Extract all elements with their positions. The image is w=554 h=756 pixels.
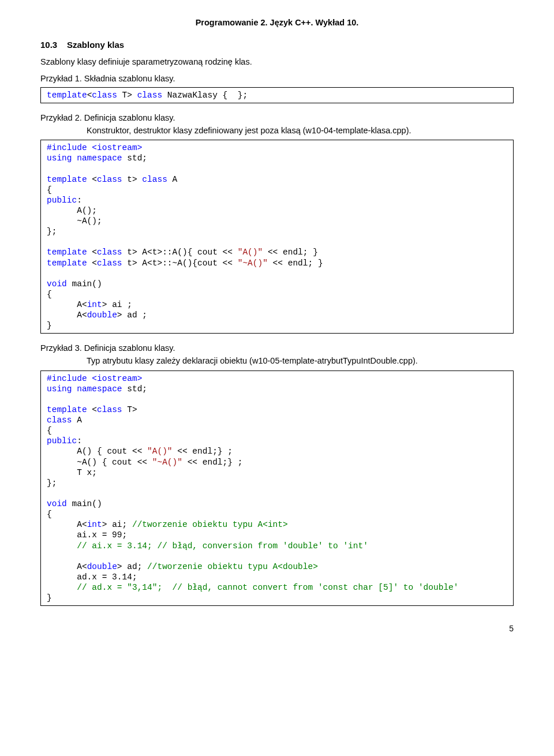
code-text: #include <iostream> [47,143,142,152]
code-text: A< [47,310,87,320]
code-text: < [87,175,97,184]
code-text: double [87,562,117,571]
code-text: }; [47,227,57,236]
code-text: main() [67,279,102,289]
code-text: template [47,248,87,257]
code-text: } [47,593,52,602]
code-text: t> [122,175,143,184]
code-text: }; [47,478,57,488]
code-text: int [87,520,102,529]
example-3-subnote: Typ atrybutu klasy zależy deklaracji obi… [87,355,514,367]
code-text [72,384,77,394]
code-text: class [92,91,117,100]
page-header: Programowanie 2. Język C++. Wykład 10. [40,17,514,29]
code-text: < [87,259,97,268]
code-text: double [87,310,117,320]
code-text: // ai.x = 3.14; // błąd, conversion from… [77,541,368,551]
example-2-label: Przykład 2. Definicja szablonu klasy. [40,113,514,124]
example-2-subnote: Konstruktor, destruktor klasy zdefiniowa… [87,125,514,137]
code-text: t> A<t>::A(){ cout << [122,248,238,257]
code-text: T x; [47,468,97,477]
section-number: 10.3 [40,39,67,51]
code-text: ai.x = 99; [47,530,127,540]
code-text: > ad; [117,562,147,571]
code-text: template [47,405,87,414]
code-text: class [47,416,72,425]
code-block-3: #include <iostream> using namespace std;… [40,370,514,607]
code-text: > ai ; [102,300,132,309]
code-text: namespace [77,384,122,394]
code-text: ~A(); [47,216,102,226]
code-text: //tworzenie obiektu typu A<double> [147,562,318,571]
code-text: class [142,175,167,184]
code-text: { [47,290,52,299]
code-text: // ad.x = "3,14"; // błąd, cannot conver… [77,583,458,592]
code-text: { [47,510,52,519]
code-text: std; [122,154,148,163]
code-text: : [77,196,82,205]
code-text: using [47,154,72,163]
code-text: class [97,259,122,268]
code-text: //tworzenie obiektu typu A<int> [132,520,288,529]
code-text: ~A() { cout << [47,458,152,467]
code-text: A [72,416,82,425]
code-text: template [47,259,87,268]
code-text: "A()" [238,248,263,257]
code-text: } [47,321,52,330]
code-text: public [47,196,77,205]
intro-paragraph: Szablony klasy definiuje sparametryzowan… [40,57,514,68]
code-text: ad.x = 3.14; [47,572,137,582]
example-1-label: Przykład 1. Składnia szablonu klasy. [40,73,514,85]
code-text: A [167,175,177,184]
code-text: { [47,185,52,194]
code-text: class [97,248,122,257]
code-text: template [47,91,87,100]
code-text: > ad ; [117,310,147,320]
code-text: A() { cout << [47,447,147,456]
code-text: T> [117,91,137,100]
code-text: A< [47,520,87,529]
code-text: A(); [47,206,97,215]
code-text: void [47,279,67,289]
code-text: namespace [77,154,122,163]
code-text: class [97,175,122,184]
code-text: << endl; } [268,259,323,268]
code-text: int [87,300,102,309]
code-text: < [87,405,97,414]
code-text: class [97,405,122,414]
code-text: #include <iostream> [47,374,142,383]
section-title: Szablony klas [67,40,124,50]
code-text: class [137,91,163,100]
code-text: : [77,436,82,446]
code-text: t> A<t>::~A(){cout << [122,259,238,268]
code-text: { [47,426,52,435]
code-text: > ai; [102,520,132,529]
page-number: 5 [40,623,514,634]
code-text [47,541,77,551]
code-text: T> [122,405,137,414]
code-text: "~A()" [238,259,268,268]
example-3-label: Przykład 3. Definicja szablonu klasy. [40,343,514,354]
code-block-2: #include <iostream> using namespace std;… [40,140,514,334]
section-heading: 10.3Szablony klas [40,39,514,51]
code-text: << endl; } [263,248,318,257]
code-text: A< [47,562,87,571]
code-text: std; [122,384,148,394]
code-text [47,583,77,592]
code-text: << endl;} ; [182,458,242,467]
code-text: "~A()" [152,458,182,467]
code-text: "A()" [147,447,173,456]
code-text: A< [47,300,87,309]
code-text: template [47,175,87,184]
code-block-1: template<class T> class NazwaKlasy { }; [40,87,514,103]
code-text: public [47,436,77,446]
code-text: main() [67,499,102,508]
code-text: << endl;} ; [173,447,233,456]
code-text [72,154,77,163]
code-text: using [47,384,72,394]
code-text: < [87,248,97,257]
code-text: void [47,499,67,508]
code-text: NazwaKlasy { }; [162,91,248,100]
